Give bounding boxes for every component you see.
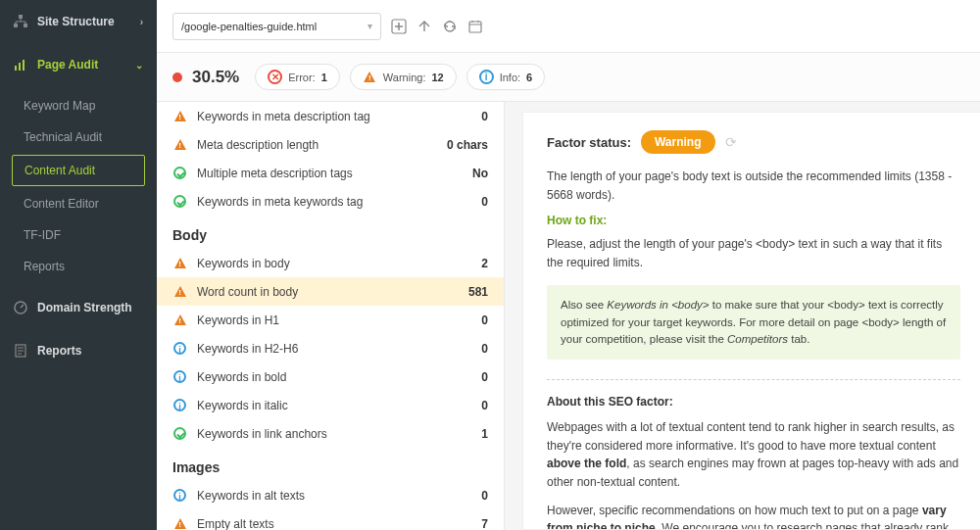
sub-tf-idf[interactable]: TF-IDF (0, 219, 157, 251)
factor-summary: The length of your page's body text is o… (547, 168, 960, 204)
about-heading: About this SEO factor: (547, 395, 960, 409)
svg-rect-1 (14, 24, 18, 27)
about-paragraph-2: However, specific recommendations on how… (547, 502, 960, 531)
info-icon: i (172, 488, 187, 503)
warning-icon (172, 313, 187, 327)
url-selector[interactable]: /google-penalties-guide.html ▾ (172, 13, 381, 40)
factor-value: 0 (481, 489, 488, 503)
document-icon (14, 344, 27, 358)
ok-icon (172, 166, 187, 180)
factor-label: Keywords in meta description tag (197, 110, 370, 123)
sub-content-audit[interactable]: Content Audit (12, 155, 145, 186)
sub-content-editor[interactable]: Content Editor (0, 188, 157, 219)
nav-label: Site Structure (37, 15, 115, 28)
schedule-icon[interactable] (467, 19, 483, 34)
nav-domain-strength[interactable]: Domain Strength (0, 286, 157, 329)
scorebar: 30.5% ✕ Error: 1 Warning: 12 i Info: 6 (157, 53, 980, 102)
factor-label: Keywords in italic (197, 399, 288, 412)
factor-row[interactable]: iKeywords in H2-H60 (157, 334, 504, 362)
factor-status-label: Factor status: (547, 135, 631, 150)
factor-row[interactable]: iKeywords in bold0 (157, 362, 504, 391)
error-icon: ✕ (268, 70, 282, 84)
error-pill[interactable]: ✕ Error: 1 (255, 64, 340, 90)
divider (547, 379, 960, 380)
info-label: Info: (500, 72, 520, 83)
nav-reports[interactable]: Reports (0, 329, 157, 372)
sitemap-icon (14, 15, 27, 28)
info-pill[interactable]: i Info: 6 (466, 64, 546, 90)
factor-value: 581 (468, 285, 488, 299)
chevron-right-icon: › (140, 17, 143, 27)
factor-value: No (472, 167, 488, 180)
refresh-icon[interactable] (442, 19, 458, 34)
warning-count: 12 (431, 72, 443, 83)
warning-icon (172, 109, 187, 123)
info-icon: i (172, 369, 187, 384)
factor-row[interactable]: Keywords in meta description tag0 (157, 102, 504, 130)
factor-row[interactable]: Word count in body581 (157, 277, 504, 306)
factor-value: 7 (481, 517, 488, 531)
svg-rect-0 (19, 15, 23, 19)
factor-row[interactable]: Keywords in meta keywords tag0 (157, 187, 504, 216)
chevron-down-icon: ⌄ (135, 60, 143, 71)
score-indicator-icon (172, 72, 182, 82)
factor-detail: Factor status: Warning ⟳ The length of y… (522, 112, 980, 530)
about-paragraph-1: Webpages with a lot of textual content t… (547, 418, 960, 491)
warning-icon (172, 137, 187, 152)
warning-label: Warning: (383, 72, 426, 83)
nav-label: Reports (37, 344, 81, 358)
sub-reports[interactable]: Reports (0, 251, 157, 282)
error-count: 1 (321, 72, 327, 83)
reload-icon[interactable]: ⟳ (725, 134, 737, 150)
factor-value: 2 (481, 257, 488, 270)
warning-pill[interactable]: Warning: 12 (350, 64, 457, 90)
factor-row[interactable]: iKeywords in alt texts0 (157, 481, 504, 509)
factor-value: 0 chars (447, 138, 488, 152)
factor-row[interactable]: Keywords in link anchors1 (157, 419, 504, 448)
status-badge: Warning (641, 130, 715, 154)
error-label: Error: (288, 72, 316, 83)
factor-label: Keywords in alt texts (197, 489, 305, 503)
factor-value: 0 (481, 342, 488, 356)
factor-label: Multiple meta description tags (197, 167, 353, 180)
url-value: /google-penalties-guide.html (181, 21, 317, 32)
factor-list: Keywords in meta description tag0Meta de… (157, 102, 505, 530)
warning-icon (363, 70, 377, 84)
section-images: Images (157, 448, 504, 481)
sub-keyword-map[interactable]: Keyword Map (0, 90, 157, 121)
factor-label: Empty alt texts (197, 517, 274, 531)
factor-value: 0 (481, 399, 488, 412)
audit-icon (14, 58, 27, 72)
nav-label: Page Audit (37, 58, 98, 72)
factor-row[interactable]: Meta description length0 chars (157, 130, 504, 159)
nav-page-audit[interactable]: Page Audit ⌄ (0, 43, 157, 86)
how-to-fix-heading: How to fix: (547, 214, 960, 227)
factor-value: 0 (481, 110, 488, 123)
factor-row[interactable]: Empty alt texts7 (157, 509, 504, 530)
info-icon: i (172, 341, 187, 356)
warning-icon (172, 256, 187, 270)
factor-label: Word count in body (197, 285, 298, 299)
factor-row[interactable]: Keywords in H10 (157, 306, 504, 334)
factor-row[interactable]: Keywords in body2 (157, 249, 504, 277)
factor-label: Keywords in H1 (197, 313, 279, 327)
note-box: Also see Keywords in <body> to make sure… (547, 285, 960, 360)
how-to-fix-text: Please, adjust the length of your page's… (547, 235, 960, 271)
nav-site-structure[interactable]: Site Structure › (0, 0, 157, 43)
sub-technical-audit[interactable]: Technical Audit (0, 121, 157, 153)
factor-row[interactable]: iKeywords in italic0 (157, 391, 504, 419)
section-body: Body (157, 216, 504, 249)
share-icon[interactable] (416, 19, 432, 34)
svg-rect-5 (23, 60, 24, 71)
warning-icon (172, 516, 187, 530)
dropdown-icon: ▾ (368, 21, 372, 31)
factor-label: Keywords in H2-H6 (197, 342, 298, 356)
factor-label: Keywords in bold (197, 370, 286, 384)
add-icon[interactable] (391, 19, 407, 34)
factor-value: 0 (481, 370, 488, 384)
factor-row[interactable]: Multiple meta description tagsNo (157, 159, 504, 187)
nav-label: Domain Strength (37, 301, 132, 314)
factor-value: 0 (481, 195, 488, 209)
factor-value: 0 (481, 313, 488, 327)
svg-rect-2 (24, 24, 27, 27)
